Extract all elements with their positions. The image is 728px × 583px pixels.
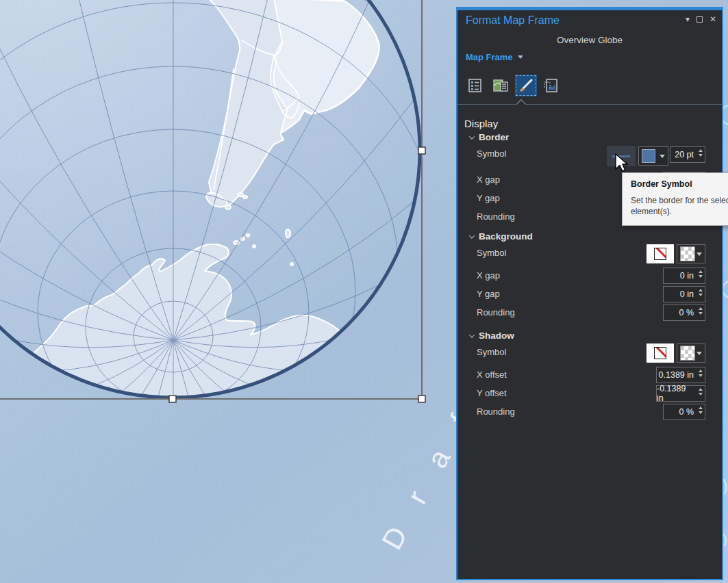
chevron-expanded-icon [469, 233, 475, 238]
target-selector-dropdown[interactable]: Map Frame [466, 52, 523, 62]
spinner-arrows-icon[interactable] [699, 388, 703, 396]
tooltip: Border Symbol Set the border for the sel… [622, 172, 728, 226]
map-frame-options-icon [492, 77, 509, 94]
tooltip-body: Set the border for the selected element(… [631, 195, 728, 217]
shadow-symbol-label: Symbol [477, 347, 506, 357]
shadow-yoffset-spinner[interactable]: -0.1389 in [656, 385, 705, 402]
border-ygap-label: Y gap [477, 193, 500, 203]
selection-handle-corner[interactable] [418, 396, 425, 402]
format-map-frame-pane: Format Map Frame ▾ ✕ Overview Globe Map … [456, 7, 723, 580]
pane-menu-icon[interactable]: ▾ [686, 14, 690, 24]
border-rounding-label: Rounding [477, 211, 515, 222]
group-border[interactable]: Border [470, 132, 509, 142]
format-tabs [464, 75, 562, 96]
background-xgap-spinner[interactable]: 0 in [663, 268, 705, 284]
chevron-expanded-icon [469, 133, 475, 139]
color-swatch [642, 149, 655, 163]
shadow-rounding-spinner[interactable]: 0 % [663, 404, 705, 420]
chevron-expanded-icon [469, 332, 475, 337]
border-symbol-label: Symbol [477, 148, 506, 159]
tab-divider [457, 104, 722, 105]
no-color-icon [654, 248, 666, 260]
spinner-arrows-icon[interactable] [699, 270, 703, 278]
transparent-swatch-icon [680, 346, 695, 361]
group-background[interactable]: Background [470, 231, 533, 242]
pane-title: Format Map Frame [466, 14, 560, 27]
placement-icon [543, 77, 560, 94]
spinner-arrows-icon[interactable] [699, 149, 703, 157]
spinner-arrows-icon[interactable] [699, 406, 703, 414]
background-rounding-spinner[interactable]: 0 % [663, 305, 705, 321]
app-root: { "panel": { "title": "Format Map Frame"… [0, 0, 728, 583]
no-color-icon [654, 347, 666, 359]
shadow-xoffset-label: X offset [477, 370, 507, 380]
tab-display[interactable] [515, 75, 537, 96]
transparent-swatch-icon [680, 246, 695, 261]
active-tab-notch [516, 99, 526, 109]
spinner-arrows-icon[interactable] [699, 370, 703, 377]
shadow-fill-dropdown[interactable] [677, 344, 705, 363]
pane-float-icon[interactable] [696, 16, 703, 23]
tooltip-title: Border Symbol [631, 179, 728, 189]
element-options-icon [467, 77, 484, 94]
spinner-arrows-icon[interactable] [699, 307, 703, 315]
shadow-yoffset-label: Y offset [477, 388, 507, 398]
border-xgap-label: X gap [477, 174, 500, 185]
background-symbol-button[interactable] [647, 244, 674, 263]
selection-handle-bottom[interactable] [169, 396, 176, 402]
mouse-cursor-icon [614, 153, 632, 174]
selection-handle-right[interactable] [418, 147, 425, 154]
display-brush-icon [517, 77, 535, 94]
spinner-arrows-icon[interactable] [699, 289, 703, 296]
tab-map-frame-options[interactable] [490, 75, 512, 96]
border-width-spinner[interactable]: 20 pt [670, 146, 705, 163]
shadow-rounding-label: Rounding [477, 406, 515, 417]
selected-element-name: Overview Globe [457, 35, 722, 45]
chevron-down-icon [696, 252, 702, 256]
shadow-symbol-button[interactable] [647, 344, 674, 363]
shadow-xoffset-spinner[interactable]: 0.1389 in [656, 367, 705, 383]
section-heading: Display [464, 118, 498, 129]
chevron-down-icon [518, 55, 523, 59]
tab-element-options[interactable] [464, 75, 486, 96]
background-xgap-label: X gap [477, 270, 500, 281]
background-ygap-spinner[interactable]: 0 in [663, 286, 705, 302]
background-symbol-label: Symbol [477, 248, 506, 258]
chevron-down-icon [660, 155, 665, 158]
border-color-dropdown[interactable] [638, 146, 668, 166]
background-rounding-label: Rounding [477, 307, 515, 318]
background-fill-dropdown[interactable] [677, 244, 705, 263]
chevron-down-icon [696, 352, 702, 355]
tab-placement[interactable] [540, 75, 562, 96]
group-shadow[interactable]: Shadow [470, 331, 514, 341]
background-ygap-label: Y gap [477, 289, 500, 299]
pane-close-icon[interactable]: ✕ [710, 14, 716, 24]
